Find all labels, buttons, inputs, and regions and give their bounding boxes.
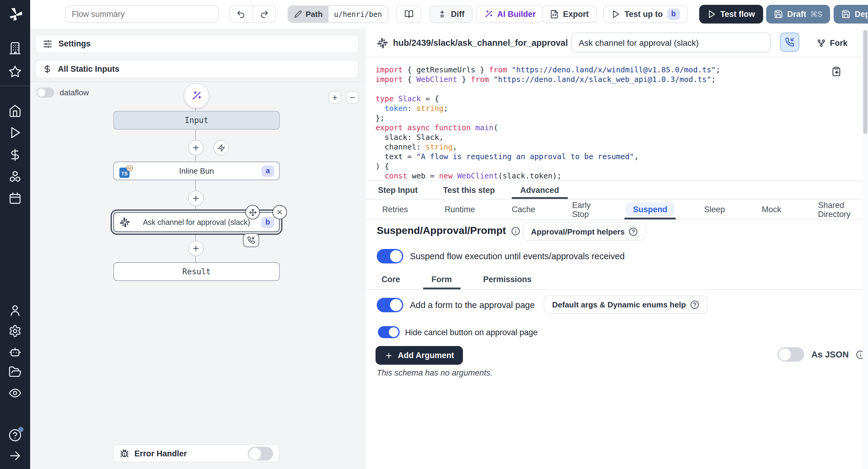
as-json-row: As JSON: [778, 347, 865, 362]
add-step-button[interactable]: [188, 140, 204, 156]
fork-button[interactable]: Fork: [816, 28, 847, 57]
save-icon: [774, 10, 783, 19]
sidebar-item-play-icon[interactable]: [8, 126, 22, 139]
sidebar-item-star-icon[interactable]: [8, 65, 22, 79]
draft-shortcut: ⌘S: [810, 10, 823, 19]
phone-incoming-icon: [785, 37, 795, 47]
step-a-badge: a: [261, 165, 274, 177]
tab-permissions[interactable]: Permissions: [475, 270, 540, 289]
code-editor[interactable]: import { getResumeUrls } from "https://d…: [366, 57, 868, 181]
input-node[interactable]: Input: [113, 111, 280, 130]
windmill-logo[interactable]: [0, 0, 30, 28]
test-up-to-button[interactable]: Test up to b: [603, 5, 688, 23]
undo-button[interactable]: [230, 6, 252, 22]
close-icon: [276, 209, 283, 216]
tab-sleep[interactable]: Sleep: [695, 199, 733, 219]
add-form-toggle[interactable]: [377, 298, 403, 312]
tab-runtime[interactable]: Runtime: [436, 199, 484, 219]
tab-test-this-step[interactable]: Test this step: [435, 181, 503, 199]
step-name-input[interactable]: [571, 33, 771, 53]
default-args-label: Default args & Dynamic enums help: [552, 300, 686, 309]
scrollbar-track[interactable]: [863, 28, 868, 469]
hide-cancel-toggle[interactable]: [378, 326, 400, 338]
settings-button[interactable]: Settings: [35, 34, 359, 53]
ai-flow-button[interactable]: [184, 84, 209, 108]
tab-form[interactable]: Form: [423, 270, 461, 289]
error-handler-toggle[interactable]: [248, 446, 273, 460]
tab-cache[interactable]: Cache: [503, 199, 544, 219]
tab-suspend[interactable]: Suspend: [624, 199, 676, 219]
tab-core[interactable]: Core: [373, 270, 409, 289]
sidebar-item-settings-icon[interactable]: [8, 324, 22, 338]
delete-node-button[interactable]: [273, 205, 287, 219]
as-json-toggle[interactable]: [778, 347, 804, 362]
add-step-button[interactable]: [188, 190, 204, 206]
help-notification-dot: [18, 427, 24, 432]
add-step-button[interactable]: [188, 241, 204, 256]
flow-summary-input[interactable]: [65, 5, 219, 23]
dataflow-toggle[interactable]: [36, 87, 54, 98]
dataflow-label: dataflow: [60, 88, 89, 97]
suspend-indicator-button[interactable]: [780, 33, 799, 52]
approval-prompt-helpers-button[interactable]: Approval/Prompt helpers: [523, 222, 647, 241]
all-static-inputs-button[interactable]: All Static Inputs: [35, 60, 359, 79]
ai-builder-button[interactable]: AI Builder: [476, 5, 544, 23]
tab-mock[interactable]: Mock: [753, 199, 789, 219]
deploy-button[interactable]: Deploy: [834, 5, 868, 24]
hub-path: hub/2439/slack/ask_channel_for_approval: [377, 28, 568, 57]
plus-icon: [192, 194, 200, 202]
tab-shared-directory[interactable]: Shared Directory: [809, 199, 868, 219]
path-button[interactable]: Path: [288, 6, 329, 22]
suspend-node-badge: [243, 233, 259, 247]
wand-sparkles-icon: [191, 90, 202, 101]
suspend-toggle[interactable]: [377, 249, 403, 263]
suspend-heading-row: Suspend/Approval/Prompt: [377, 225, 521, 237]
sidebar-item-arrow-right-icon[interactable]: [8, 449, 22, 462]
code-content[interactable]: import { getResumeUrls } from "https://d…: [375, 65, 720, 181]
settings-label: Settings: [59, 39, 91, 48]
plus-icon: [384, 351, 393, 359]
export-button[interactable]: Export: [542, 5, 597, 23]
advanced-tabs: RetriesRuntimeCacheEarly StopSuspendSlee…: [366, 199, 868, 220]
draft-button[interactable]: Draft ⌘S: [766, 5, 830, 24]
add-argument-button[interactable]: Add Argument: [375, 346, 463, 365]
tab-retries[interactable]: Retries: [374, 199, 416, 219]
copy-code-button[interactable]: [831, 66, 841, 76]
zoom-out-button[interactable]: −: [346, 91, 359, 104]
dollar-icon: [43, 64, 52, 73]
windmill-flow-editor: Path u/henri/ben Diff AI Builder Export …: [0, 0, 868, 469]
slack-icon: [377, 37, 388, 49]
tab-step-input[interactable]: Step Input: [370, 181, 426, 199]
sidebar-item-dollar-icon[interactable]: [8, 148, 22, 162]
test-flow-button[interactable]: Test flow: [699, 5, 763, 24]
add-trigger-button[interactable]: [213, 140, 229, 156]
sidebar-item-bot-icon[interactable]: [8, 345, 22, 358]
code-line: token: string;: [375, 104, 720, 113]
zoom-in-button[interactable]: +: [329, 91, 341, 104]
sidebar-item-help-icon[interactable]: [8, 429, 22, 442]
redo-button[interactable]: [252, 6, 276, 22]
default-args-help-button[interactable]: Default args & Dynamic enums help: [544, 295, 708, 313]
sidebar-item-eye-icon[interactable]: [8, 386, 22, 400]
sidebar-item-folder-open-icon[interactable]: [8, 365, 22, 379]
diff-icon: [438, 10, 447, 19]
scrollbar-thumb[interactable]: [863, 30, 867, 134]
sidebar-item-calendar-icon[interactable]: [8, 192, 22, 205]
diff-button[interactable]: Diff: [430, 5, 472, 23]
error-handler-card[interactable]: Error Handler: [113, 444, 280, 462]
move-node-button[interactable]: [245, 205, 260, 219]
result-node[interactable]: Result: [113, 262, 280, 281]
docs-button[interactable]: [396, 5, 421, 23]
sidebar-item-user-icon[interactable]: [8, 304, 22, 317]
typescript-bun-icon: TS: [119, 165, 133, 177]
step-a-node[interactable]: TS Inline Bun a: [113, 162, 280, 180]
sidebar-item-building-icon[interactable]: [8, 41, 22, 55]
sidebar-item-boxes-icon[interactable]: [8, 170, 22, 183]
helpers-label: Approval/Prompt helpers: [531, 227, 625, 236]
suspend-toggle-row: Suspend flow execution until events/appr…: [377, 249, 625, 263]
path-value[interactable]: u/henri/ben: [329, 6, 387, 22]
tab-advanced[interactable]: Advanced: [512, 181, 567, 199]
path-group: Path u/henri/ben: [287, 5, 388, 23]
sidebar-item-home-icon[interactable]: [8, 104, 22, 118]
tab-early-stop[interactable]: Early Stop: [564, 199, 604, 219]
